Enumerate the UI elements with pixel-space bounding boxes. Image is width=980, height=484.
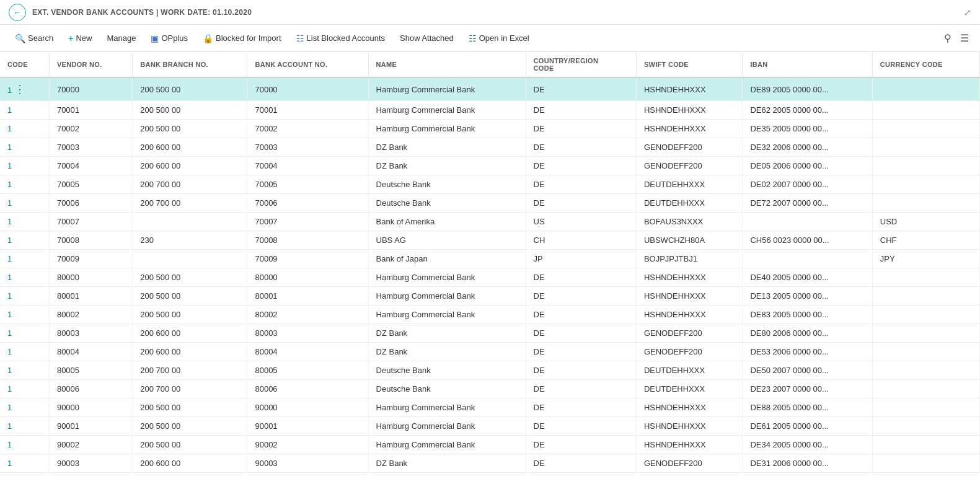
- columns-icon[interactable]: ☰: [958, 30, 971, 46]
- code-link[interactable]: 1: [7, 143, 12, 152]
- cell-bank-account-no: 80002: [247, 306, 368, 324]
- code-link[interactable]: 1: [7, 328, 12, 338]
- cell-iban: DE83 2005 0000 00...: [743, 306, 872, 324]
- cell-bank-branch-no: 200 700 00: [133, 175, 247, 194]
- lock-icon: 🔒: [203, 33, 213, 43]
- code-link[interactable]: 1: [7, 273, 12, 282]
- excel-icon: ☷: [469, 33, 477, 43]
- cell-name: Hamburg Commercial Bank: [368, 436, 526, 454]
- cell-swift-code: HSHNDEHHXXX: [636, 398, 743, 417]
- cell-swift-code: HSHNDEHHXXX: [636, 101, 743, 120]
- table-row[interactable]: 170003200 600 0070003DZ BankDEGENODEFF20…: [0, 138, 980, 157]
- code-link[interactable]: 1: [7, 254, 12, 263]
- code-link[interactable]: 1: [7, 310, 12, 319]
- cell-currency-code: [872, 436, 979, 454]
- table-row[interactable]: 190003200 600 0090003DZ BankDEGENODEFF20…: [0, 454, 980, 473]
- code-link[interactable]: 1: [7, 403, 12, 412]
- table-row[interactable]: 190000200 500 0090000Hamburg Commercial …: [0, 398, 980, 417]
- title-bar: ← EXT. VENDOR BANK ACCOUNTS | WORK DATE:…: [0, 0, 980, 25]
- table-row[interactable]: 17000770007Bank of AmerikaUSBOFAUS3NXXXU…: [0, 213, 980, 231]
- table-row[interactable]: 180003200 600 0080003DZ BankDEGENODEFF20…: [0, 324, 980, 343]
- cell-name: Deutsche Bank: [368, 175, 526, 194]
- cell-name: Bank of Amerika: [368, 213, 526, 231]
- table-row[interactable]: 170005200 700 0070005Deutsche BankDEDEUT…: [0, 175, 980, 194]
- table-row[interactable]: 1⋮70000200 500 0070000Hamburg Commercial…: [0, 77, 980, 101]
- opplus-button[interactable]: ▣ OPplus: [144, 30, 194, 46]
- list-blocked-button[interactable]: ☷ List Blocked Accounts: [290, 30, 391, 46]
- cell-name: Bank of Japan: [368, 250, 526, 268]
- code-link[interactable]: 1: [7, 124, 12, 133]
- cell-bank-account-no: 70001: [247, 101, 368, 120]
- cell-vendor-no: 70003: [49, 138, 132, 157]
- table-row[interactable]: 180004200 600 0080004DZ BankDEGENODEFF20…: [0, 343, 980, 361]
- search-label: Search: [28, 33, 53, 43]
- col-header-currency-code: CURRENCY CODE: [872, 52, 979, 77]
- cell-bank-account-no: 70000: [247, 77, 368, 101]
- opplus-label: OPplus: [161, 33, 188, 43]
- table-row[interactable]: 190001200 500 0090001Hamburg Commercial …: [0, 417, 980, 436]
- cell-name: DZ Bank: [368, 157, 526, 175]
- code-link[interactable]: 1: [7, 421, 12, 431]
- table-row[interactable]: 17000823070008UBS AGCHUBSWCHZH80ACH56 00…: [0, 231, 980, 250]
- code-link[interactable]: 1: [7, 440, 12, 449]
- table-row[interactable]: 170006200 700 0070006Deutsche BankDEDEUT…: [0, 194, 980, 213]
- cell-iban: DE23 2007 0000 00...: [743, 380, 872, 398]
- plus-icon: +: [68, 33, 73, 43]
- cell-code: 1: [0, 120, 49, 138]
- expand-icon[interactable]: ⤢: [964, 7, 971, 17]
- table-row[interactable]: 170001200 500 0070001Hamburg Commercial …: [0, 101, 980, 120]
- back-button[interactable]: ←: [9, 4, 26, 21]
- cell-swift-code: DEUTDEHHXXX: [636, 175, 743, 194]
- cell-iban: DE80 2006 0000 00...: [743, 324, 872, 343]
- show-attached-button[interactable]: Show Attached: [394, 30, 460, 46]
- cell-currency-code: JPY: [872, 250, 979, 268]
- cell-code: 1: [0, 101, 49, 120]
- cell-swift-code: HSHNDEHHXXX: [636, 306, 743, 324]
- cell-vendor-no: 80001: [49, 287, 132, 306]
- new-button[interactable]: + New: [62, 30, 98, 46]
- cell-swift-code: GENODEFF200: [636, 343, 743, 361]
- table-row[interactable]: 180005200 700 0080005Deutsche BankDEDEUT…: [0, 361, 980, 380]
- code-link[interactable]: 1: [7, 217, 12, 226]
- table-row[interactable]: 17000970009Bank of JapanJPBOJPJPJTBJ1JPY: [0, 250, 980, 268]
- code-link[interactable]: 1: [7, 198, 12, 208]
- code-link[interactable]: 1: [7, 180, 12, 189]
- cell-country-region-code: US: [526, 213, 636, 231]
- cell-swift-code: HSHNDEHHXXX: [636, 268, 743, 287]
- table-row[interactable]: 170002200 500 0070002Hamburg Commercial …: [0, 120, 980, 138]
- cell-code: 1: [0, 436, 49, 454]
- cell-iban: DE34 2005 0000 00...: [743, 436, 872, 454]
- cell-swift-code: HSHNDEHHXXX: [636, 287, 743, 306]
- code-link[interactable]: 1: [7, 384, 12, 394]
- cell-name: DZ Bank: [368, 343, 526, 361]
- code-link[interactable]: 1: [7, 86, 12, 95]
- cell-bank-branch-no: 200 500 00: [133, 417, 247, 436]
- cell-currency-code: [872, 138, 979, 157]
- code-link[interactable]: 1: [7, 366, 12, 375]
- table-row[interactable]: 180006200 700 0080006Deutsche BankDEDEUT…: [0, 380, 980, 398]
- cell-bank-branch-no: [133, 213, 247, 231]
- cell-swift-code: DEUTDEHHXXX: [636, 361, 743, 380]
- cell-vendor-no: 80000: [49, 268, 132, 287]
- manage-button[interactable]: Manage: [100, 30, 142, 46]
- cell-vendor-no: 70008: [49, 231, 132, 250]
- code-link[interactable]: 1: [7, 347, 12, 356]
- code-link[interactable]: 1: [7, 291, 12, 301]
- code-link[interactable]: 1: [7, 161, 12, 170]
- table-row[interactable]: 180001200 500 0080001Hamburg Commercial …: [0, 287, 980, 306]
- code-link[interactable]: 1: [7, 459, 12, 468]
- search-button[interactable]: 🔍 Search: [9, 30, 60, 46]
- table-row[interactable]: 180000200 500 0080000Hamburg Commercial …: [0, 268, 980, 287]
- table-body: 1⋮70000200 500 0070000Hamburg Commercial…: [0, 77, 980, 473]
- cell-iban: DE72 2007 0000 00...: [743, 194, 872, 213]
- context-menu-icon[interactable]: ⋮: [12, 82, 28, 96]
- blocked-import-button[interactable]: 🔒 Blocked for Import: [196, 30, 288, 46]
- open-excel-button[interactable]: ☷ Open in Excel: [462, 30, 536, 46]
- filter-icon[interactable]: ⚲: [942, 30, 954, 46]
- cell-name: Hamburg Commercial Bank: [368, 101, 526, 120]
- table-row[interactable]: 180002200 500 0080002Hamburg Commercial …: [0, 306, 980, 324]
- table-row[interactable]: 190002200 500 0090002Hamburg Commercial …: [0, 436, 980, 454]
- code-link[interactable]: 1: [7, 235, 12, 245]
- code-link[interactable]: 1: [7, 105, 12, 115]
- table-row[interactable]: 170004200 600 0070004DZ BankDEGENODEFF20…: [0, 157, 980, 175]
